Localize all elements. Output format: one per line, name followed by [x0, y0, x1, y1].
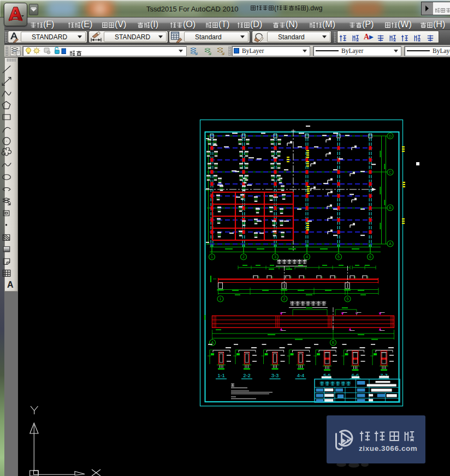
svg-text:2: 2: [242, 255, 245, 259]
svg-text:3: 3: [274, 255, 276, 259]
svg-text:C: C: [389, 170, 392, 174]
svg-text:1-1: 1-1: [217, 372, 225, 378]
svg-text:4: 4: [306, 255, 308, 259]
svg-text:D: D: [389, 134, 392, 138]
svg-text:2: 2: [283, 297, 286, 301]
svg-text:5: 5: [338, 255, 340, 259]
svg-text:1: 1: [220, 297, 222, 301]
svg-text:6: 6: [369, 255, 371, 259]
svg-text:B: B: [332, 341, 335, 344]
svg-text:5: 5: [347, 297, 349, 301]
svg-text:A: A: [389, 242, 392, 246]
svg-text:B: B: [389, 206, 392, 210]
svg-text:1: 1: [211, 255, 213, 259]
svg-text:2-2: 2-2: [243, 372, 251, 378]
svg-text:3-3: 3-3: [271, 372, 279, 378]
svg-text:4-4: 4-4: [297, 372, 305, 378]
